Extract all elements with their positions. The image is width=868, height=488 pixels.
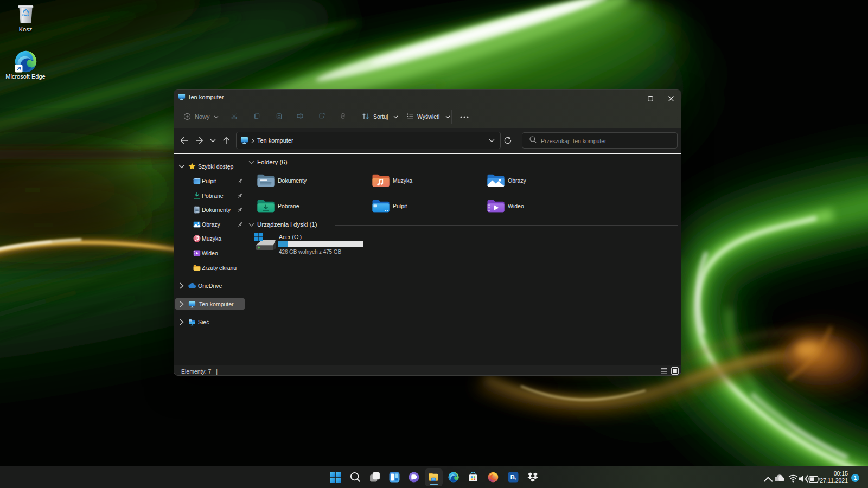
svg-text:B: B <box>510 474 515 480</box>
